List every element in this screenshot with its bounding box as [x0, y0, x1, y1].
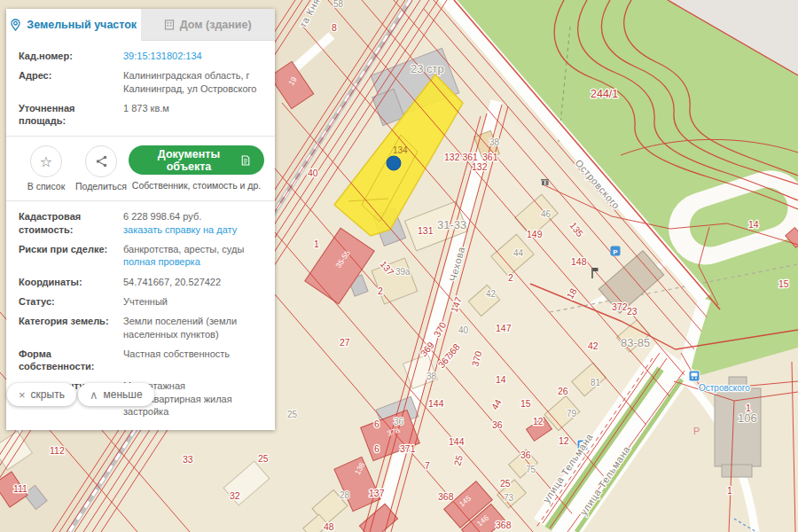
map-label: 144: [428, 398, 444, 409]
map-label: 75: [526, 465, 536, 474]
info-row: Кад.номер: 39:15:131802:134: [19, 50, 264, 62]
document-icon: [241, 154, 250, 167]
tab-building[interactable]: Дом (здание): [141, 9, 276, 41]
map-label: 368: [438, 491, 454, 502]
map-label: 106: [738, 411, 757, 425]
map-label: 137: [369, 488, 385, 498]
map-label: 36: [492, 419, 503, 430]
map-label: 40: [308, 168, 318, 178]
tab-label: Дом (здание): [180, 19, 252, 31]
divider: [6, 200, 275, 201]
parcel-marker[interactable]: [387, 156, 401, 170]
map-label: Островского: [699, 383, 750, 393]
map-label: 44: [513, 248, 524, 258]
chevron-up-icon: ∧: [90, 389, 98, 401]
info-row: Категория земель: Земли поселений (земли…: [19, 315, 264, 340]
map-label: 33: [183, 454, 193, 465]
add-to-list-button[interactable]: ☆ В список: [19, 145, 74, 192]
map-label: 147: [496, 323, 512, 333]
map-label: 6: [374, 419, 379, 429]
panel-tabs: Земельный участок Дом (здание): [6, 9, 275, 41]
map-label: 26: [558, 386, 568, 396]
map-label: Р: [693, 426, 700, 436]
svg-text:Р: Р: [613, 248, 618, 256]
action-bar: ☆ В список Поделиться Документы объекта: [19, 145, 264, 192]
map-label: 14: [496, 374, 506, 385]
map-label: 2: [508, 272, 513, 283]
map-label: 6: [374, 443, 379, 454]
map-label: 371: [400, 443, 416, 454]
map-label: 372: [612, 301, 628, 312]
map-label: 36: [394, 417, 404, 426]
map-label: 79: [567, 409, 577, 419]
map-label: 23 стр: [411, 62, 444, 75]
map-label: 368: [496, 520, 512, 530]
map-label: 81: [591, 378, 601, 387]
map-label: 48: [324, 521, 334, 532]
map-label: 38: [489, 137, 500, 147]
order-certificate-link[interactable]: заказать справку на дату: [123, 223, 237, 236]
info-row: Статус: Учтенный: [19, 295, 264, 308]
map-label: 32: [230, 490, 240, 501]
location-pin-icon: [10, 19, 21, 31]
docs-caption: Собственник, стоимость и др.: [129, 180, 264, 191]
map-label: 14: [748, 219, 759, 230]
map-label: 38: [426, 372, 437, 381]
info-row: Уточненная площадь: 1 873 кв.м: [19, 102, 264, 128]
map-label: 25: [258, 453, 269, 464]
map-label: 7: [425, 460, 430, 471]
map-label: 83-85: [621, 336, 650, 349]
share-button[interactable]: Поделиться: [74, 145, 129, 192]
map-label: 23: [627, 306, 638, 317]
info-row: Кадастровая стоимость: 6 228 998.64 руб.…: [19, 210, 264, 236]
map-label: 73: [504, 493, 514, 503]
map-label: 27: [340, 337, 350, 348]
map-label: 148: [571, 256, 587, 267]
map-label: 40: [458, 325, 469, 335]
map-label: 12: [559, 435, 569, 446]
map-label: 15: [520, 398, 531, 409]
map-label: 25: [287, 410, 298, 419]
tab-land-parcel[interactable]: Земельный участок: [6, 9, 141, 41]
map-label: 134: [393, 145, 408, 155]
map-label: 42: [588, 340, 598, 351]
hide-panel-button[interactable]: × скрыть: [7, 383, 76, 406]
map-label: 131: [418, 225, 434, 236]
building-icon: [164, 20, 175, 30]
map-label: 8: [332, 22, 337, 33]
map-label: 12: [533, 416, 544, 426]
map-label: 42: [486, 289, 497, 299]
map-label: 244/1: [591, 88, 618, 100]
map-label: 46: [541, 209, 552, 219]
star-icon: ☆: [40, 153, 52, 170]
map-label: 28: [340, 490, 350, 500]
parking-icon: Р: [611, 246, 621, 256]
map-label: 1: [314, 239, 319, 249]
map-label: 31-33: [437, 218, 466, 231]
bus-stop-icon[interactable]: [689, 371, 700, 381]
divider: [6, 136, 275, 137]
map-label: 15: [778, 278, 789, 289]
map-label: 25: [500, 478, 511, 489]
map-label: 1: [746, 403, 751, 413]
info-row: Координаты: 54.741667, 20.527422: [19, 276, 264, 288]
close-icon: ×: [19, 389, 26, 401]
map-label: 58: [333, 0, 344, 9]
full-check-link[interactable]: полная проверка: [123, 255, 200, 268]
map-label: 2: [378, 286, 383, 296]
info-row: Форма собственности: Частная собственнос…: [19, 348, 264, 373]
collapse-panel-button[interactable]: ∧ меньше: [78, 383, 154, 406]
app-window: Р та КнязеваОстровскогоЧеховаулица Тельм…: [0, 0, 798, 532]
cadastral-number-link[interactable]: 39:15:131802:134: [123, 50, 202, 62]
info-row: Риски при сделке: банкротства, аресты, с…: [19, 243, 264, 269]
tab-label: Земельный участок: [27, 19, 137, 31]
share-icon: [96, 155, 107, 168]
object-documents-button[interactable]: Документы объекта: [129, 145, 264, 175]
map-label: 112: [50, 445, 65, 456]
map-label: 39а: [395, 267, 411, 277]
map-label: 36: [520, 450, 531, 460]
info-row: Адрес: Калининградская область, г Калини…: [19, 69, 264, 95]
map-label: 111: [13, 483, 27, 494]
map-label: 149: [527, 229, 543, 239]
map-label: 1: [727, 485, 732, 496]
